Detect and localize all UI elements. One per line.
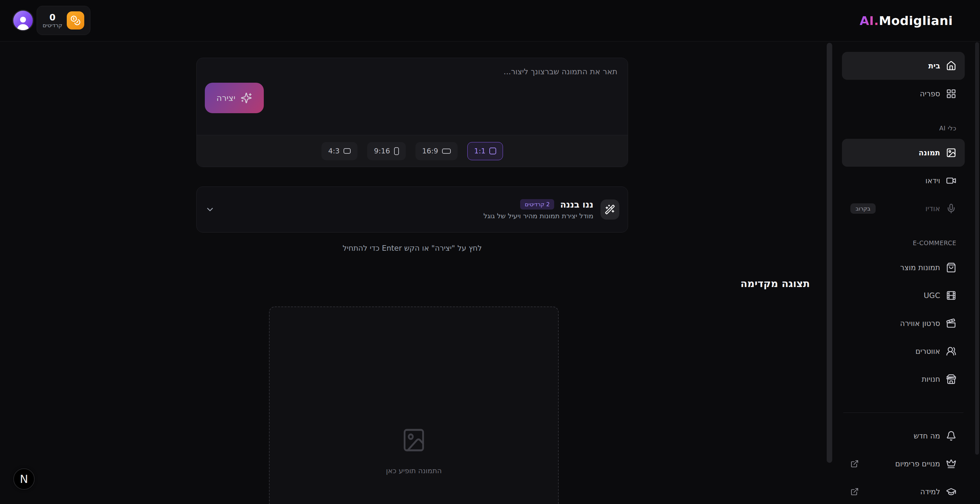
sidebar-item-learning[interactable]: למידה: [842, 478, 965, 504]
start-hint: לחץ על "יצירה" או הקש Enter כדי להתחיל: [196, 244, 628, 252]
sidebar-item-label: UGC: [924, 291, 940, 300]
bell-icon: [946, 431, 956, 441]
sparkles-icon: [240, 92, 252, 104]
sidebar-item-whats-new[interactable]: מה חדש: [842, 422, 965, 450]
sidebar: בית ספריה כלי AI תמונה וידאו אודיו בקרוב…: [832, 41, 975, 504]
nextjs-n-logo: N: [20, 472, 28, 485]
topbar: 0 קרדיטים AI.Modigliani: [0, 0, 980, 41]
sidebar-item-label: ספריה: [920, 89, 940, 98]
credits-badge[interactable]: 0 קרדיטים: [37, 6, 91, 35]
person-icon: [14, 13, 32, 30]
film-icon: [946, 290, 956, 301]
preview-title: תצוגה מקדימה: [740, 278, 810, 289]
sidebar-item-video[interactable]: וידאו: [842, 167, 965, 195]
sidebar-item-label: מנויים פרימיום: [895, 459, 940, 468]
model-description: מודל יצירת תמונות מהיר ויעיל של גוגל: [484, 212, 593, 220]
prompt-placeholder: תאר את התמונה שברצונך ליצור...: [504, 67, 617, 76]
prompt-card: תאר את התמונה שברצונך ליצור... יצירה 1:1…: [196, 58, 628, 167]
sidebar-item-label: סרטון אווירה: [900, 319, 940, 328]
sidebar-item-premium-plans[interactable]: מנויים פרימיום: [842, 450, 965, 478]
sidebar-item-audio[interactable]: אודיו בקרוב: [842, 195, 965, 222]
ratio-button-16-9[interactable]: 16:9: [415, 142, 458, 160]
generate-button-label: יצירה: [216, 93, 235, 103]
grid-icon: [946, 89, 956, 99]
clapperboard-icon: [946, 318, 956, 329]
section-label-ai-tools: כלי AI: [850, 124, 956, 132]
preview-placeholder-box: התמונה תופיע כאן: [269, 306, 559, 504]
credits-value: 0: [49, 12, 56, 22]
graduation-cap-icon: [946, 486, 956, 497]
sidebar-item-product-images[interactable]: תמונות מוצר: [842, 254, 965, 282]
square-ratio-icon: [489, 148, 496, 155]
external-link-icon: [850, 488, 859, 496]
prompt-input[interactable]: תאר את התמונה שברצונך ליצור... יצירה: [197, 58, 628, 135]
ratio-label: 9:16: [374, 147, 390, 155]
app-logo[interactable]: AI.Modigliani: [859, 0, 953, 41]
sidebar-item-label: תמונות מוצר: [900, 263, 940, 272]
sidebar-item-ugc[interactable]: UGC: [842, 282, 965, 309]
credits-label: קרדיטים: [43, 22, 62, 29]
nextjs-dev-badge[interactable]: N: [13, 468, 35, 490]
sidebar-item-home[interactable]: בית: [842, 52, 965, 80]
sidebar-item-label: וידאו: [925, 176, 940, 185]
sidebar-item-label: אודיו: [925, 204, 940, 213]
shopping-bag-icon: [946, 262, 956, 273]
sidebar-item-image[interactable]: תמונה: [842, 139, 965, 167]
sidebar-item-vibe-video[interactable]: סרטון אווירה: [842, 309, 965, 337]
image-placeholder-icon: [401, 426, 426, 454]
model-selector[interactable]: ננו בננה 2 קרדיטים מודל יצירת תמונות מהי…: [196, 187, 628, 233]
main-scrollbar[interactable]: [827, 43, 832, 463]
model-name: ננו בננה: [560, 199, 593, 209]
coins-icon: [67, 11, 84, 30]
users-icon: [946, 346, 956, 356]
ratio-button-4-3[interactable]: 4:3: [321, 142, 358, 160]
home-icon: [946, 61, 956, 71]
portrait-ratio-icon: [394, 147, 399, 155]
sidebar-divider: [843, 413, 964, 413]
sidebar-item-label: בית: [928, 62, 940, 70]
ratio-button-9-16[interactable]: 9:16: [367, 142, 406, 160]
ratio-label: 4:3: [328, 147, 340, 155]
app-screen: 0 קרדיטים AI.Modigliani בית ספריה כלי AI…: [0, 0, 980, 504]
sidebar-item-label: מה חדש: [913, 432, 940, 440]
sidebar-item-label: תמונה: [919, 148, 940, 157]
preview-empty-text: התמונה תופיע כאן: [386, 467, 442, 475]
ratio-label: 16:9: [422, 147, 438, 155]
aspect-ratio-toolbar: 1:1 16:9 9:16 4:3: [197, 135, 628, 167]
logo-name: Modigliani: [879, 14, 953, 28]
microphone-icon: [946, 203, 956, 214]
image-icon: [946, 148, 956, 158]
sidebar-item-avatars[interactable]: אווטרים: [842, 337, 965, 365]
chevron-down-icon: [205, 205, 215, 214]
sidebar-item-library[interactable]: ספריה: [842, 80, 965, 108]
landscape-ratio-icon: [442, 148, 451, 154]
ratio-label: 1:1: [474, 147, 485, 155]
sidebar-item-label: למידה: [920, 488, 940, 496]
standard-ratio-icon: [344, 148, 351, 154]
store-icon: [946, 374, 956, 384]
coming-soon-badge: בקרוב: [850, 203, 876, 214]
sidebar-item-label: חנויות: [922, 375, 940, 383]
logo-prefix: AI.: [859, 14, 878, 28]
model-credits-badge: 2 קרדיטים: [520, 199, 554, 209]
main-content: תאר את התמונה שברצונך ליצור... יצירה 1:1…: [0, 41, 825, 504]
external-link-icon: [850, 459, 859, 468]
user-avatar[interactable]: [12, 10, 34, 31]
ratio-button-1-1[interactable]: 1:1: [467, 142, 503, 160]
sidebar-item-stores[interactable]: חנויות: [842, 365, 965, 393]
section-label-ecommerce: E-COMMERCE: [850, 239, 956, 247]
sidebar-item-label: אווטרים: [915, 347, 940, 356]
video-icon: [946, 175, 956, 186]
generate-button[interactable]: יצירה: [205, 83, 264, 113]
crown-icon: [946, 459, 956, 469]
sidebar-scrollbar[interactable]: [975, 42, 979, 455]
magic-wand-icon: [600, 199, 619, 220]
